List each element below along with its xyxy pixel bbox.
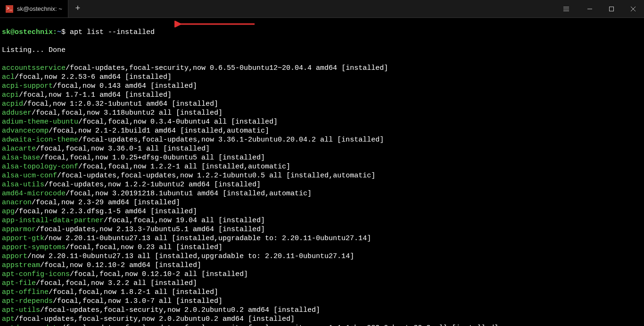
- package-name: alacarte: [2, 145, 36, 153]
- package-name: apport-gtk: [2, 234, 44, 242]
- package-line: apparmor/focal-updates,now 2.13.3-7ubunt…: [2, 225, 642, 234]
- package-line: apport/now 2.20.11-0ubuntu27.13 all [ins…: [2, 252, 642, 261]
- listing-done: Listing... Done: [2, 46, 642, 55]
- package-name: alsa-ucm-conf: [2, 172, 57, 180]
- package-details: /focal-updates,focal-updates,now 1.2.2-1…: [57, 172, 375, 180]
- package-line: apport-gtk/now 2.20.11-0ubuntu27.13 all …: [2, 234, 642, 243]
- prompt-user-host: sk@ostechnix: [2, 28, 53, 36]
- package-name: adium-theme-ubuntu: [2, 118, 78, 126]
- package-details: /focal,now 0.143 amd64 [installed]: [53, 82, 197, 90]
- package-name: apt-utils: [2, 306, 40, 314]
- package-line: adwaita-icon-theme/focal-updates,focal-u…: [2, 135, 642, 144]
- package-line: alacarte/focal,focal,now 3.36.0-1 all [i…: [2, 144, 642, 153]
- command-text: apt list --installed: [70, 28, 155, 36]
- package-details: /focal,focal,now 1.8.2-1 all [installed]: [49, 288, 218, 296]
- package-details: /focal,focal,now 0.3.4-0ubuntu4 all [ins…: [78, 118, 278, 126]
- package-line: advancecomp/focal,now 2.1-2.1build1 amd6…: [2, 126, 642, 135]
- package-details: /focal,now 0.12.10-2 amd64 [installed]: [40, 261, 201, 269]
- package-line: apt-config-icons/focal,focal,now 0.12.10…: [2, 270, 642, 279]
- package-name: apport-symptoms: [2, 243, 66, 251]
- package-details: /focal-updates,focal-security,now 2.0.2u…: [15, 315, 295, 323]
- package-name: alsa-topology-conf: [2, 163, 78, 171]
- package-line: alsa-base/focal,focal,now 1.0.25+dfsg-0u…: [2, 153, 642, 162]
- package-name: appstream: [2, 261, 40, 269]
- package-line: alsa-utils/focal-updates,now 1.2.2-1ubun…: [2, 180, 642, 189]
- package-line: acl/focal,now 2.2.53-6 amd64 [installed]: [2, 73, 642, 82]
- package-line: adium-theme-ubuntu/focal,focal,now 0.3.4…: [2, 117, 642, 126]
- package-details: /focal,now 2.2.3.dfsg.1-5 amd64 [install…: [15, 208, 197, 216]
- package-line: apt/focal-updates,focal-security,now 2.0…: [2, 315, 642, 324]
- package-details: /focal,focal,now 3.2.2 all [installed]: [36, 279, 197, 287]
- package-name: accountsservice: [2, 64, 66, 72]
- package-line: acpi-support/focal,now 0.143 amd64 [inst…: [2, 82, 642, 91]
- package-details: /focal,now 1.7-1.1 amd64 [installed]: [19, 91, 172, 99]
- package-name: app-install-data-partner: [2, 217, 104, 225]
- package-details: /focal,now 2.1-2.1build1 amd64 [installe…: [49, 127, 269, 135]
- package-details: /focal,focal,now 3.118ubuntu2 all [insta…: [32, 109, 223, 117]
- package-details: /now 2.20.11-0ubuntu27.13 all [installed…: [44, 234, 371, 242]
- package-line: accountsservice/focal-updates,focal-secu…: [2, 64, 642, 73]
- package-name: anacron: [2, 199, 32, 207]
- package-details: /focal-updates,now 1.2.2-1ubuntu2 amd64 …: [44, 181, 261, 189]
- package-line: appstream/focal,now 0.12.10-2 amd64 [ins…: [2, 261, 642, 270]
- package-line: acpid/focal,now 1:2.0.32-1ubuntu1 amd64 …: [2, 100, 642, 109]
- package-details: /focal,focal,now 0.23 all [installed]: [66, 243, 223, 251]
- tab-title: sk@ostechnix: ~: [17, 4, 62, 13]
- menu-icon[interactable]: [555, 0, 577, 18]
- package-name: apt: [2, 315, 15, 323]
- package-line: apg/focal,now 2.2.3.dfsg.1-5 amd64 [inst…: [2, 207, 642, 216]
- svg-rect-4: [610, 7, 614, 11]
- package-name: apt-config-icons: [2, 270, 70, 278]
- prompt-line: sk@ostechnix:~$ apt list --installed: [2, 28, 642, 37]
- package-name: acpi-support: [2, 82, 53, 90]
- package-line: amd64-microcode/focal,now 3.20191218.1ub…: [2, 189, 642, 198]
- prompt-dollar: $: [61, 28, 66, 36]
- package-name: adduser: [2, 109, 32, 117]
- package-line: adduser/focal,focal,now 3.118ubuntu2 all…: [2, 109, 642, 117]
- terminal-icon: >_: [6, 5, 13, 13]
- package-details: /focal,now 2.3-29 amd64 [installed]: [32, 199, 180, 207]
- package-line: apt-utils/focal-updates,focal-security,n…: [2, 306, 642, 315]
- package-name: aptdaemon-data: [2, 324, 61, 326]
- package-details: /focal,now 1:2.0.32-1ubuntu1 amd64 [inst…: [23, 100, 218, 108]
- package-name: acl: [2, 73, 15, 81]
- package-name: amd64-microcode: [2, 190, 66, 198]
- package-details: /focal,focal,now 1.2.2-1 all [installed,…: [78, 163, 290, 171]
- titlebar: >_ sk@ostechnix: ~ +: [0, 0, 644, 18]
- package-name: apparmor: [2, 226, 36, 234]
- package-line: alsa-ucm-conf/focal-updates,focal-update…: [2, 171, 642, 180]
- new-tab-button[interactable]: +: [68, 0, 87, 17]
- package-line: apt-file/focal,focal,now 3.2.2 all [inst…: [2, 279, 642, 288]
- close-button[interactable]: [622, 0, 644, 18]
- maximize-button[interactable]: [601, 0, 622, 18]
- package-details: /focal,now 3.20191218.1ubuntu1 amd64 [in…: [66, 190, 312, 198]
- minimize-button[interactable]: [579, 0, 601, 18]
- package-details: /focal,focal,now 0.12.10-2 all [installe…: [70, 270, 248, 278]
- package-details: /focal,focal,now 1.3.0-7 all [installed]: [53, 297, 223, 305]
- package-name: apt-offline: [2, 288, 49, 296]
- package-line: apt-rdepends/focal,focal,now 1.3.0-7 all…: [2, 297, 642, 306]
- package-details: /focal,now 2.2.53-6 amd64 [installed]: [15, 73, 172, 81]
- package-name: acpi: [2, 91, 19, 99]
- package-details: /focal,focal,now 3.36.0-1 all [installed…: [36, 145, 210, 153]
- package-line: aptdaemon-data/focal-updates,focal-updat…: [2, 324, 642, 326]
- package-line: anacron/focal,now 2.3-29 amd64 [installe…: [2, 198, 642, 207]
- package-line: apport-symptoms/focal,focal,now 0.23 all…: [2, 243, 642, 252]
- package-name: adwaita-icon-theme: [2, 136, 78, 144]
- package-details: /focal-updates,focal-security,now 0.6.55…: [66, 64, 388, 72]
- package-details: /focal-updates,focal-updates,now 3.36.1-…: [78, 136, 384, 144]
- package-details: /now 2.20.11-0ubuntu27.13 all [installed…: [27, 252, 354, 260]
- package-details: /focal-updates,focal-updates,focal-secur…: [61, 324, 498, 326]
- terminal-tab[interactable]: >_ sk@ostechnix: ~: [0, 0, 68, 17]
- package-name: apt-rdepends: [2, 297, 53, 305]
- package-name: apport: [2, 252, 27, 260]
- package-details: /focal,focal,now 1.0.25+dfsg-0ubuntu5 al…: [40, 154, 265, 162]
- package-name: alsa-base: [2, 154, 40, 162]
- terminal-output[interactable]: sk@ostechnix:~$ apt list --installed Lis…: [0, 18, 644, 326]
- package-name: alsa-utils: [2, 181, 44, 189]
- package-line: app-install-data-partner/focal,focal,now…: [2, 216, 642, 225]
- package-name: apt-file: [2, 279, 36, 287]
- package-details: /focal-updates,focal-security,now 2.0.2u…: [40, 306, 320, 314]
- package-line: acpi/focal,now 1.7-1.1 amd64 [installed]: [2, 91, 642, 100]
- package-name: advancecomp: [2, 127, 49, 135]
